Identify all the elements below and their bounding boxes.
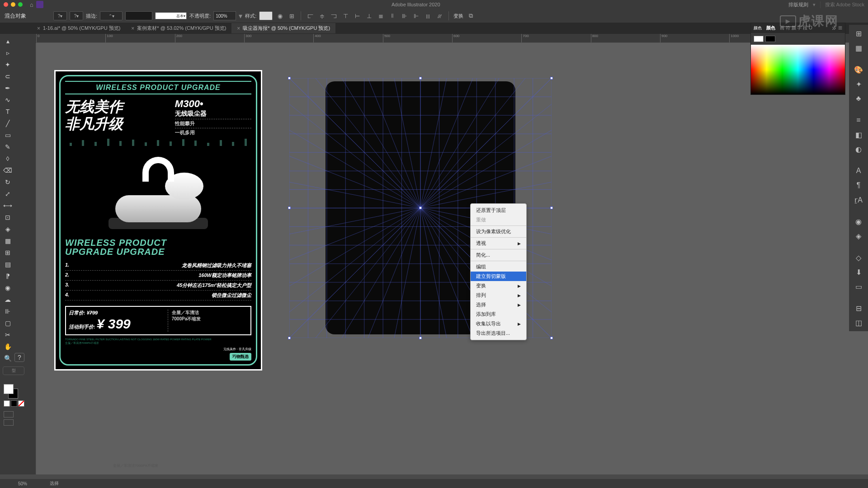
doc-tab-1[interactable]: ×1-16.ai* @ 50% (CMYK/GPU 预览) bbox=[32, 23, 126, 33]
doc-tab-3[interactable]: ×吸尘器海报* @ 50% (CMYK/GPU 预览) bbox=[231, 23, 335, 33]
color-spectrum[interactable] bbox=[751, 45, 845, 94]
cm-perspective[interactable]: 透视▶ bbox=[471, 239, 526, 248]
properties-icon[interactable]: ⊞ bbox=[853, 28, 864, 39]
pen-tool[interactable]: ✒ bbox=[2, 83, 14, 94]
gradient-panel-icon[interactable]: ◧ bbox=[853, 129, 864, 141]
free-transform-tool[interactable]: ⊡ bbox=[2, 212, 14, 223]
artboards-icon[interactable]: ▭ bbox=[853, 281, 864, 292]
dist-h-icon[interactable]: ⫴ bbox=[388, 11, 397, 20]
stroke-profile[interactable] bbox=[125, 11, 152, 20]
ruler-vertical[interactable] bbox=[27, 43, 36, 474]
cm-pixel-perfect[interactable]: 设为像素级优化 bbox=[471, 227, 526, 236]
rotate-tool[interactable]: ↻ bbox=[2, 177, 14, 188]
cm-group[interactable]: 编组 bbox=[471, 262, 526, 272]
cm-arrange[interactable]: 排列▶ bbox=[471, 291, 526, 300]
fill-swatch[interactable] bbox=[754, 36, 764, 42]
dist-v-icon[interactable]: ≣ bbox=[376, 11, 385, 20]
swatches-icon[interactable]: 🎨 bbox=[853, 64, 864, 75]
stroke-swatch[interactable] bbox=[765, 36, 775, 42]
lasso-tool[interactable]: ⊂ bbox=[2, 71, 14, 82]
none-mode-icon[interactable] bbox=[18, 400, 24, 407]
perspective-tool[interactable]: ▦ bbox=[2, 235, 14, 246]
graph-tool[interactable]: ⊪ bbox=[2, 306, 14, 317]
stroke-panel-icon[interactable]: ≡ bbox=[853, 114, 864, 126]
width-tool[interactable]: ⟷ bbox=[2, 200, 14, 211]
close-window[interactable] bbox=[4, 2, 8, 7]
close-icon[interactable]: × bbox=[37, 25, 40, 32]
fill-dropdown[interactable]: ?▾ bbox=[53, 11, 67, 20]
cm-select[interactable]: 选择▶ bbox=[471, 300, 526, 310]
pathfinder-icon[interactable]: ◫ bbox=[853, 317, 864, 328]
hand-tool[interactable]: ✋ bbox=[2, 341, 14, 352]
color-panel[interactable]: 颜色 颜色 画 符 颜 字 段 O » ≡ bbox=[750, 23, 845, 95]
eraser-tool[interactable]: ⌫ bbox=[2, 165, 14, 176]
align-middle-icon[interactable]: ⊢ bbox=[353, 11, 362, 20]
isolate-icon[interactable]: ⧉ bbox=[466, 11, 475, 20]
recolor-icon[interactable]: ◉ bbox=[275, 11, 284, 20]
cm-add-lib[interactable]: 添加到库 bbox=[471, 310, 526, 319]
maximize-window[interactable] bbox=[18, 2, 23, 7]
symbol-tool[interactable]: ☁ bbox=[2, 294, 14, 305]
doc-tab-2[interactable]: ×案例素材* @ 53.02% (CMYK/GPU 预览) bbox=[126, 23, 231, 33]
transform-label[interactable]: 变换 bbox=[453, 13, 463, 19]
color-tab[interactable]: 颜色 bbox=[754, 25, 762, 31]
mesh-tool[interactable]: ⊞ bbox=[2, 247, 14, 258]
type-tool[interactable]: T bbox=[2, 106, 14, 117]
curvature-tool[interactable]: ∿ bbox=[2, 94, 14, 105]
color-mode-icon[interactable] bbox=[4, 400, 10, 407]
zoom-level[interactable]: 50% bbox=[18, 481, 27, 486]
paragraph-icon[interactable]: ¶ bbox=[853, 179, 864, 191]
gradient-mode-icon[interactable] bbox=[11, 400, 17, 407]
cm-simplify[interactable]: 简化... bbox=[471, 250, 526, 260]
stroke-weight[interactable]: ⌃▾ bbox=[100, 11, 123, 20]
close-icon[interactable]: × bbox=[131, 25, 134, 32]
cm-export-sel[interactable]: 导出所选项目... bbox=[471, 328, 526, 338]
slice-tool[interactable]: ✂ bbox=[2, 329, 14, 340]
selection-tool[interactable]: ▴ bbox=[2, 36, 14, 47]
eyedropper-tool[interactable]: ⁋ bbox=[2, 271, 14, 282]
screen-mode-icon[interactable] bbox=[4, 411, 14, 418]
help-tool[interactable]: ? bbox=[14, 353, 24, 362]
shape-builder-tool[interactable]: ◈ bbox=[2, 224, 14, 235]
style-dropdown[interactable] bbox=[259, 11, 273, 20]
canvas[interactable]: 0100 200300 400500 600700 800900 1000110… bbox=[27, 34, 868, 474]
ruler-origin[interactable] bbox=[27, 34, 36, 43]
brush-tool[interactable]: ✎ bbox=[2, 141, 14, 152]
align-left-icon[interactable]: ⫍ bbox=[306, 11, 315, 20]
line-tool[interactable]: ╱ bbox=[2, 118, 14, 129]
appearance-icon[interactable]: ◉ bbox=[853, 216, 864, 227]
magic-wand-tool[interactable]: ✦ bbox=[2, 59, 14, 70]
other-tabs[interactable]: 画 符 颜 字 段 O bbox=[780, 25, 812, 31]
close-icon[interactable]: × bbox=[237, 25, 240, 32]
home-icon[interactable]: ⌂ bbox=[27, 0, 36, 9]
stroke-color-dropdown[interactable]: ?▾ bbox=[70, 11, 83, 20]
opacity-input[interactable] bbox=[213, 11, 236, 20]
align-icon[interactable]: ⊞ bbox=[287, 11, 296, 20]
dist-icon2[interactable]: ⊪ bbox=[400, 11, 409, 20]
libraries-icon[interactable]: ▦ bbox=[853, 42, 864, 54]
edit-toolbar-icon[interactable] bbox=[4, 419, 14, 426]
zoom-tool[interactable]: 🔍 bbox=[2, 353, 14, 364]
graphic-styles-icon[interactable]: ◈ bbox=[853, 230, 864, 242]
asset-export-icon[interactable]: ⬇ bbox=[853, 266, 864, 278]
poster-artwork[interactable]: WIRELESS PRODUCT UPGRADE 无线美作 非凡升级 M300•… bbox=[54, 70, 262, 371]
blend-tool[interactable]: ◉ bbox=[2, 282, 14, 293]
brushes-icon[interactable]: ✦ bbox=[853, 78, 864, 90]
cm-collect-export[interactable]: 收集以导出▶ bbox=[471, 319, 526, 328]
direct-select-tool[interactable]: ▹ bbox=[2, 47, 14, 58]
dist-icon4[interactable]: ⫼ bbox=[423, 11, 432, 20]
symbols-icon[interactable]: ♣ bbox=[853, 93, 864, 104]
cm-undo[interactable]: 还原置于顶层 bbox=[471, 206, 526, 215]
align-top-icon[interactable]: ⊤ bbox=[341, 11, 350, 20]
align-panel-icon[interactable]: ⊟ bbox=[853, 302, 864, 314]
fill-stroke-swatch[interactable] bbox=[4, 384, 18, 399]
cm-clip-mask[interactable]: 建立剪切蒙版 bbox=[471, 272, 526, 281]
dist-icon3[interactable]: ⊩ bbox=[411, 11, 420, 20]
scale-tool[interactable]: ⤢ bbox=[2, 188, 14, 199]
glyphs-icon[interactable]: ṟA bbox=[853, 194, 864, 206]
transparency-icon[interactable]: ◐ bbox=[853, 143, 864, 155]
color-tab2[interactable]: 颜色 bbox=[766, 25, 775, 31]
rules-dropdown[interactable]: 排版规则 bbox=[788, 1, 808, 8]
ruler-horizontal[interactable]: 0100 200300 400500 600700 800900 1000110… bbox=[36, 34, 868, 43]
cm-transform[interactable]: 变换▶ bbox=[471, 281, 526, 291]
